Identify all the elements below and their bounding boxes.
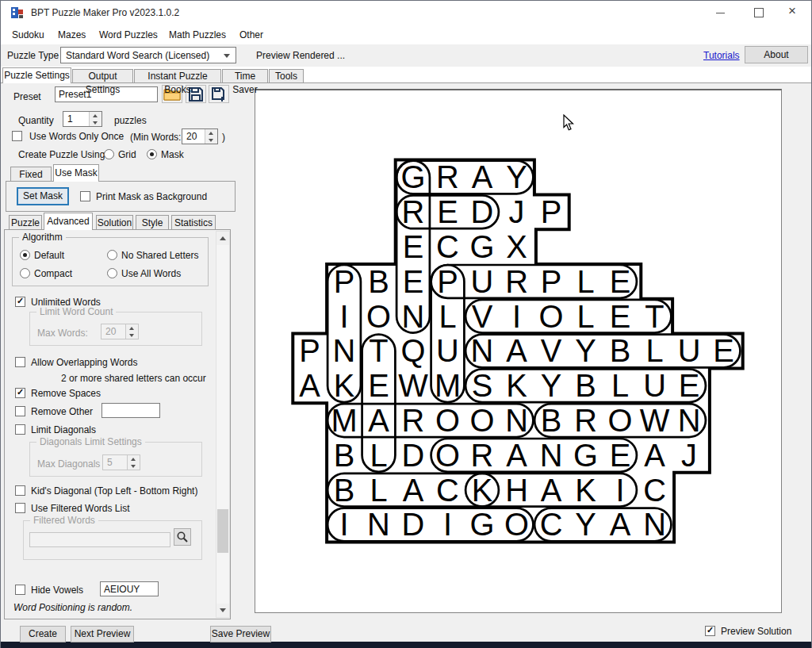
positioning-note: Word Positioning is random. [13, 602, 132, 613]
puzzle-letter: K [334, 368, 355, 403]
create-button[interactable]: Create [20, 626, 66, 642]
algorithm-compact-label: Compact [34, 268, 72, 279]
use-filtered-label: Use Filtered Words List [31, 503, 129, 514]
puzzle-letter: I [339, 508, 348, 543]
puzzle-letter: W [398, 368, 428, 403]
settings-scrollbar[interactable] [216, 231, 230, 618]
tab-style[interactable]: Style [136, 215, 169, 230]
puzzle-letter: P [541, 194, 562, 229]
puzzle-preview: GRAYREDJPECGXPBEPURPLEIONLVIOLETPNTQUNAV… [255, 90, 781, 612]
set-mask-button[interactable]: Set Mask [17, 187, 69, 205]
puzzle-letter: O [504, 508, 529, 543]
min-words-stepper[interactable]: 20 [182, 128, 218, 144]
tab-puzzle-settings[interactable]: Puzzle Settings [2, 67, 71, 83]
puzzle-letter: G [401, 160, 426, 195]
menu-other[interactable]: Other [239, 29, 263, 40]
kids-diagonal-checkbox[interactable] [15, 485, 25, 496]
quantity-down-icon[interactable] [90, 119, 102, 126]
algorithm-compact-radio[interactable] [20, 268, 30, 278]
menu-math-puzzles[interactable]: Math Puzzles [169, 29, 226, 40]
limit-diagonals-checkbox[interactable] [15, 424, 25, 435]
window-bottom-edge [1, 642, 811, 648]
puzzle-letter: A [368, 403, 389, 438]
grid-radio[interactable] [104, 149, 114, 159]
puzzle-letter: N [471, 334, 494, 369]
close-button[interactable]: × [780, 1, 812, 25]
puzzle-letter: G [573, 438, 598, 473]
min-words-paren: ) [222, 132, 225, 143]
solution-oval-indigo [327, 508, 533, 542]
tab-fixed-grid[interactable]: Fixed Grid [10, 167, 52, 182]
tab-use-mask[interactable]: Use Mask [53, 164, 99, 182]
scroll-up-button[interactable] [216, 232, 229, 245]
tab-instant-puzzle-books[interactable]: Instant Puzzle Books [134, 69, 221, 83]
save-preview-button[interactable]: Save Preview [210, 626, 271, 642]
remove-other-checkbox[interactable] [15, 406, 25, 416]
use-words-only-once-checkbox[interactable] [12, 131, 22, 141]
algorithm-noshared-radio[interactable] [107, 250, 117, 260]
puzzle-letter: I [339, 299, 348, 334]
puzzle-letter: A [299, 368, 320, 403]
puzzle-letter: U [643, 368, 666, 403]
hide-vowels-input[interactable]: AEIOUY [100, 581, 159, 596]
print-mask-checkbox[interactable] [80, 191, 90, 201]
tab-tools[interactable]: Tools [269, 69, 304, 83]
hide-vowels-label: Hide Vowels [31, 585, 83, 596]
create-using-label: Create Puzzle Using: [18, 149, 108, 160]
tab-advanced[interactable]: Advanced [44, 213, 93, 230]
tab-solution[interactable]: Solution [96, 215, 133, 230]
minimize-button[interactable] [705, 1, 737, 25]
puzzle-letter: O [539, 299, 564, 334]
limit-diagonals-label: Limit Diagonals [31, 424, 96, 435]
maximize-icon [754, 8, 764, 17]
about-button[interactable]: About [745, 46, 808, 63]
quantity-label: Quantity [18, 115, 54, 126]
puzzle-letter: A [644, 438, 665, 473]
allow-overlapping-checkbox[interactable] [15, 357, 25, 367]
puzzle-letter: C [436, 473, 459, 508]
puzzle-letter: A [472, 160, 493, 195]
chevron-down-icon [224, 54, 230, 58]
filtered-words-search-button[interactable] [174, 528, 191, 546]
use-filtered-checkbox[interactable] [15, 503, 25, 513]
use-words-only-once-label: Use Words Only Once [29, 131, 124, 142]
hide-vowels-checkbox[interactable] [15, 585, 25, 595]
menu-word-puzzles[interactable]: Word Puzzles [99, 29, 158, 40]
remove-other-input[interactable] [102, 403, 160, 418]
puzzle-letter: A [610, 508, 631, 543]
quantity-value: 1 [67, 113, 73, 125]
algorithm-allwords-radio[interactable] [107, 268, 117, 278]
scroll-down-button[interactable] [216, 604, 229, 617]
puzzle-letter: N [643, 508, 666, 543]
app-icon [10, 6, 25, 20]
puzzle-letter: B [368, 264, 389, 299]
quantity-stepper[interactable]: 1 [63, 111, 102, 127]
mask-radio[interactable] [147, 149, 157, 159]
tab-time-saver[interactable]: Time Saver [222, 69, 268, 83]
max-words-value: 20 [105, 326, 116, 337]
tab-output-settings[interactable]: Output Settings [72, 69, 133, 83]
unlimited-words-checkbox[interactable]: ✓ [15, 297, 25, 307]
max-diagonals-value: 5 [107, 457, 113, 468]
algorithm-default-radio[interactable] [20, 250, 30, 260]
filtered-words-input[interactable] [29, 532, 170, 547]
preview-solution-checkbox[interactable]: ✓ [705, 626, 715, 636]
next-preview-button[interactable]: Next Preview [71, 626, 134, 642]
menu-mazes[interactable]: Mazes [58, 29, 86, 40]
maximize-button[interactable] [743, 1, 775, 25]
solution-oval-violet [465, 300, 671, 333]
puzzle-letter: K [472, 473, 493, 508]
puzzle-letter: L [439, 299, 456, 334]
min-words-label: (Min Words: [130, 132, 181, 143]
puzzle-type-select[interactable]: Standard Word Search (Licensed) [60, 47, 236, 63]
puzzle-letter: R [471, 438, 494, 473]
tab-statistics[interactable]: Statistics [171, 215, 216, 230]
menu-sudoku[interactable]: Sudoku [12, 29, 44, 40]
tutorials-link[interactable]: Tutorials [703, 50, 740, 61]
tab-puzzle[interactable]: Puzzle [9, 215, 42, 230]
min-words-down-icon[interactable] [205, 136, 217, 144]
scrollbar-thumb[interactable] [217, 509, 228, 553]
puzzle-letter: L [645, 334, 663, 369]
save-preset-as-button[interactable] [209, 85, 229, 103]
remove-spaces-checkbox[interactable]: ✓ [15, 388, 25, 398]
